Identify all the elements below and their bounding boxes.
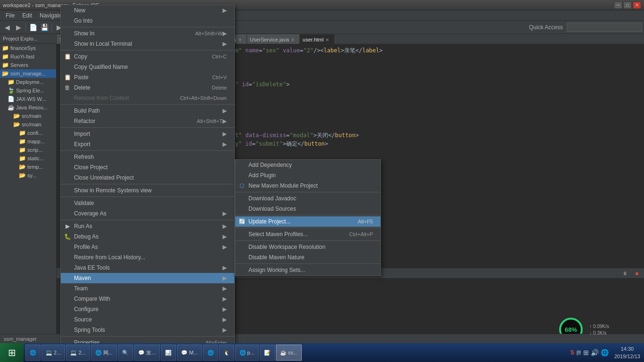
sidebar-item-srcmain2[interactable]: 📂 src/main bbox=[0, 120, 56, 129]
tab-close-icon[interactable]: ✕ bbox=[238, 37, 242, 42]
taskbar-item-search[interactable]: 🔍 bbox=[118, 345, 133, 361]
ctx-showin[interactable]: Show In Alt+Shift+W ▶ bbox=[61, 28, 234, 39]
ctx-paste[interactable]: 📋 Paste Ctrl+V bbox=[61, 72, 234, 82]
tray-speaker[interactable]: 🔊 bbox=[591, 349, 599, 356]
console-stop-btn[interactable]: ■ bbox=[632, 268, 642, 279]
ctx-remove-context[interactable]: Remove from Context Ctrl+Alt+Shift+Down bbox=[61, 93, 234, 103]
toolbar-new[interactable]: 📄 bbox=[28, 22, 38, 33]
ctx-maven-new-module[interactable]: ⬡ New Maven Module Project bbox=[235, 181, 380, 191]
ctx-runas[interactable]: ▶ Run As ▶ bbox=[61, 221, 234, 231]
taskbar-item-2b[interactable]: 💻 2... bbox=[66, 345, 90, 361]
sidebar-item-config[interactable]: 📁 confi... bbox=[0, 129, 56, 137]
maximize-button[interactable]: □ bbox=[623, 1, 632, 9]
tree-item-label: src/main bbox=[22, 113, 41, 119]
ctx-compare[interactable]: Compare With ▶ bbox=[61, 294, 234, 304]
sidebar-item-scripts[interactable]: 📁 scrip... bbox=[0, 146, 56, 154]
taskbar-item-eclipse[interactable]: ☕ ss... bbox=[276, 345, 302, 361]
sidebar-item-ssm[interactable]: 📂 ssm_manage... bbox=[0, 69, 56, 78]
taskbar-item-word[interactable]: 📝 bbox=[260, 345, 275, 361]
toolbar-forward[interactable]: ▶ bbox=[13, 22, 24, 33]
ctx-maven-add-dep[interactable]: Add Dependency bbox=[235, 160, 380, 170]
taskbar-item-net[interactable]: 🌐 网... bbox=[91, 345, 117, 361]
menu-file[interactable]: File bbox=[2, 11, 18, 20]
ctx-refactor[interactable]: Refactor Alt+Shift+T ▶ bbox=[61, 116, 234, 126]
tray-windows[interactable]: ⊞ bbox=[583, 349, 589, 356]
tab-userservice[interactable]: UserService.java ✕ bbox=[247, 34, 300, 44]
taskbar-item-wechat[interactable]: 🌐 bbox=[203, 345, 218, 361]
taskbar-item-2a[interactable]: 💻 2... bbox=[41, 345, 65, 361]
ctx-maven-dl-sources[interactable]: Download Sources bbox=[235, 204, 380, 214]
tab-userhtml[interactable]: user.html ✕ bbox=[300, 34, 335, 44]
ctx-debugas[interactable]: 🐛 Debug As ▶ bbox=[61, 231, 234, 242]
ctx-coverage[interactable]: Coverage As ▶ bbox=[61, 208, 234, 219]
tray-sougou[interactable]: S bbox=[570, 349, 574, 356]
ctx-copy[interactable]: 📋 Copy Ctrl+C bbox=[61, 51, 234, 62]
taskbar-item-chat[interactable]: 💬 发... bbox=[134, 345, 160, 361]
ctx-new[interactable]: New ▶ bbox=[61, 5, 234, 16]
ctx-spring-tools[interactable]: Spring Tools ▶ bbox=[61, 325, 234, 335]
ctx-maven-working-sets[interactable]: Assign Working Sets... bbox=[235, 265, 380, 275]
tab-close-icon[interactable]: ✕ bbox=[325, 37, 329, 42]
ctx-export[interactable]: Export ▶ bbox=[61, 139, 234, 149]
tray-network[interactable]: 🌐 bbox=[601, 349, 609, 356]
ctx-delete[interactable]: 🗑 Delete Delete bbox=[61, 82, 234, 93]
ctx-maven-profiles[interactable]: Select Maven Profiles... Ctrl+Alt+P bbox=[235, 229, 380, 239]
sidebar-item-java-resources[interactable]: ☕ Java Resou... bbox=[0, 103, 56, 112]
tray-input[interactable]: 拼 bbox=[576, 349, 581, 356]
tree-item-label: confi... bbox=[27, 130, 42, 136]
ctx-close-project[interactable]: Close Project bbox=[61, 162, 234, 173]
ctx-show-remote[interactable]: Show in Remote Systems view bbox=[61, 185, 234, 196]
toolbar-save[interactable]: 💾 bbox=[39, 22, 50, 33]
ctx-profileas[interactable]: Profile As ▶ bbox=[61, 242, 234, 252]
sidebar-item-financesys[interactable]: 📁 financeSys bbox=[0, 44, 56, 52]
menu-edit[interactable]: Edit bbox=[18, 11, 36, 20]
sidebar-item-deploy[interactable]: 📁 Deployme... bbox=[0, 78, 56, 86]
network-speeds: ↑ 0.09K/s ↓ 0.3K/s bbox=[589, 323, 609, 337]
sidebar-item-sys[interactable]: 📂 sy... bbox=[0, 171, 56, 180]
taskbar-item-chrome[interactable]: 🌐 p... bbox=[235, 345, 259, 361]
ctx-maven-update[interactable]: 🔄 Update Project... Alt+F5 bbox=[235, 216, 380, 227]
ctx-copy-qualified[interactable]: Copy Qualified Name bbox=[61, 62, 234, 72]
taskbar-item-msg[interactable]: 💬 M... bbox=[177, 345, 202, 361]
ctx-import[interactable]: Import ▶ bbox=[61, 129, 234, 139]
taskbar-item-excel[interactable]: 📊 bbox=[161, 345, 176, 361]
ctx-maven-disable-nature[interactable]: Disable Maven Nature bbox=[235, 252, 380, 263]
sidebar-item-static[interactable]: 📁 static... bbox=[0, 154, 56, 163]
ctx-maven-dl-javadoc[interactable]: Download Javadoc bbox=[235, 193, 380, 204]
ctx-team[interactable]: Team ▶ bbox=[61, 283, 234, 294]
ctx-javaee-tools[interactable]: Java EE Tools ▶ bbox=[61, 263, 234, 273]
tab-close-icon[interactable]: ✕ bbox=[291, 37, 295, 42]
start-button[interactable]: ⊞ bbox=[0, 343, 24, 362]
debug-icon: 🐛 bbox=[64, 233, 71, 240]
tree-item-label: Java Resou... bbox=[16, 105, 48, 110]
close-button[interactable]: ✕ bbox=[633, 1, 641, 9]
minimize-button[interactable]: ─ bbox=[614, 1, 622, 9]
taskbar-item-ie[interactable]: 🌐 bbox=[25, 345, 41, 361]
ctx-gointo[interactable]: Go Into bbox=[61, 16, 234, 26]
quick-access-input[interactable] bbox=[567, 23, 642, 32]
sidebar-item-servers[interactable]: 📁 Servers bbox=[0, 61, 56, 69]
ctx-restore-history[interactable]: Restore from Local History... bbox=[61, 252, 234, 263]
sidebar-item-mapper[interactable]: 📁 mapp... bbox=[0, 137, 56, 146]
tree-item-label: static... bbox=[27, 156, 44, 161]
ctx-showin-local[interactable]: Show in Local Terminal ▶ bbox=[61, 39, 234, 49]
ctx-close-unrelated[interactable]: Close Unrelated Project bbox=[61, 173, 234, 183]
sidebar-item-templates[interactable]: 📂 temp... bbox=[0, 163, 56, 171]
ctx-configure[interactable]: Configure ▶ bbox=[61, 304, 234, 314]
sidebar-item-ruoyi[interactable]: 📁 RuoYi-fast bbox=[0, 52, 56, 61]
ctx-maven-disable-workspace[interactable]: Disable Workspace Resolution bbox=[235, 242, 380, 252]
toolbar-back[interactable]: ◀ bbox=[2, 22, 12, 33]
taskbar-item-qq[interactable]: 🐧 bbox=[219, 345, 234, 361]
ctx-source[interactable]: Source ▶ bbox=[61, 314, 234, 325]
ctx-maven[interactable]: Maven ▶ bbox=[61, 273, 234, 283]
ctx-sep bbox=[61, 27, 234, 27]
sidebar-item-srcmain1[interactable]: 📂 src/main bbox=[0, 112, 56, 120]
sidebar-item-jaxws[interactable]: 📄 JAX-WS W... bbox=[0, 95, 56, 103]
console-toolbar-btn[interactable]: ⏸ bbox=[619, 268, 630, 279]
sidebar-item-spring[interactable]: 🍃 Spring Ele... bbox=[0, 86, 56, 95]
ctx-refresh[interactable]: Refresh bbox=[61, 152, 234, 162]
ctx-maven-add-plugin[interactable]: Add Plugin bbox=[235, 170, 380, 181]
ctx-validate[interactable]: Validate bbox=[61, 198, 234, 208]
ctx-buildpath[interactable]: Build Path ▶ bbox=[61, 106, 234, 116]
clock-time: 14:30 bbox=[614, 345, 640, 353]
